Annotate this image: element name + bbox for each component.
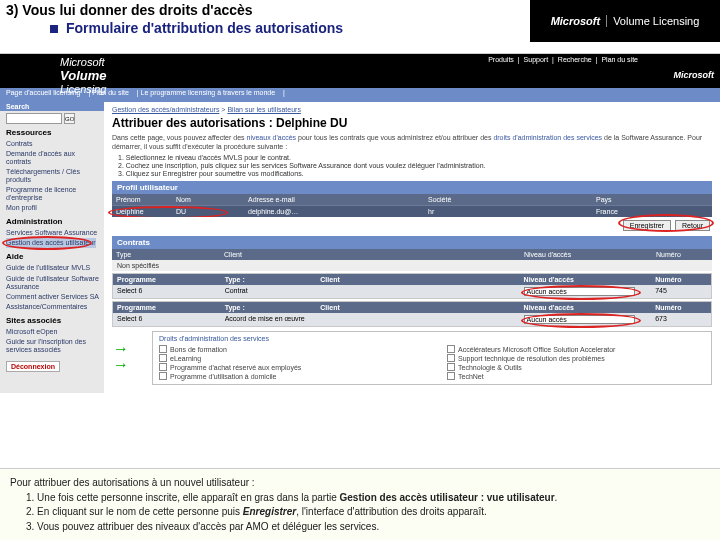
slide-subtitle-text: Formulaire d'attribution des autorisatio… — [66, 20, 343, 36]
col-header: Numéro — [651, 274, 711, 285]
col-header: Numéro — [651, 302, 711, 313]
top-link[interactable]: Support — [524, 56, 549, 63]
sidebar-link[interactable]: Contrats — [6, 139, 100, 149]
nav-item[interactable]: Le programme licensing à travers le mond… — [141, 89, 276, 96]
col-header: Programme — [113, 274, 221, 285]
breadcrumb-link[interactable]: Gestion des accès/administrateurs — [112, 106, 219, 113]
main-content: Gestion des accès/administrateurs > Bila… — [104, 102, 720, 393]
brand-ms: Microsoft — [551, 15, 601, 27]
sidebar-link[interactable]: Guide de l'utilisateur Software Assuranc… — [6, 274, 100, 292]
page-description: Dans cette page, vous pouvez affecter de… — [112, 133, 712, 151]
contracts-header-row: Type Client Niveau d'accès Numéro — [112, 249, 712, 260]
breadcrumb-link[interactable]: Bilan sur les utilisateurs — [227, 106, 301, 113]
top-links: Produits | Support | Recherche | Plan du… — [486, 56, 640, 63]
right-item[interactable]: Accélérateurs Microsoft Office Solution … — [447, 345, 705, 353]
save-button[interactable]: Enregistrer — [623, 220, 671, 231]
sidebar-heading-sites: Sites associés — [6, 316, 100, 325]
cell: Aucun accès — [520, 313, 652, 326]
access-level-select[interactable]: Aucun accès — [524, 287, 635, 296]
checkbox-icon[interactable] — [159, 363, 167, 371]
cell: France — [592, 206, 712, 217]
footnote-line: Pour attribuer des autorisations à un no… — [10, 476, 710, 490]
sidebar-link[interactable]: Mon profil — [6, 203, 100, 213]
checkbox-icon[interactable] — [447, 372, 455, 380]
access-level-select[interactable]: Aucun accès — [524, 315, 635, 324]
cell: hr — [424, 206, 592, 217]
checkbox-icon[interactable] — [159, 372, 167, 380]
right-item[interactable]: Technologie & Outils — [447, 363, 705, 371]
cell: 745 — [651, 285, 711, 298]
top-link[interactable]: Plan du site — [601, 56, 638, 63]
col-header: Type : — [221, 302, 317, 313]
profile-header-row: Prénom Nom Adresse e-mail Société Pays — [112, 194, 712, 205]
slide-subtitle: Formulaire d'attribution des autorisatio… — [50, 20, 343, 36]
right-item[interactable]: Bons de formation — [159, 345, 417, 353]
col-header: Client — [316, 274, 519, 285]
col-header: Niveau d'accès — [520, 274, 652, 285]
annotation-arrow-icon: → — [113, 356, 129, 374]
sidebar-heading-help: Aide — [6, 252, 100, 261]
checkbox-icon[interactable] — [447, 345, 455, 353]
section-profile: Profil utilisateur — [112, 181, 712, 194]
cell — [316, 313, 519, 326]
sidebar-link[interactable]: Téléchargements / Clés produits — [6, 167, 100, 185]
footnote-line: 3. Vous pouvez attribuer des niveaux d'a… — [26, 520, 710, 534]
search-input[interactable] — [6, 113, 62, 124]
primary-nav: Page d'accueil licensing | Plan du site … — [0, 88, 720, 102]
desc-link[interactable]: droits d'administration des services — [493, 134, 602, 141]
footnote-line: 1. Une fois cette personne inscrite, ell… — [26, 491, 710, 505]
sidebar: Search GO Ressources Contrats Demande d'… — [0, 102, 104, 393]
sidebar-link[interactable]: Comment activer Services SA — [6, 292, 100, 302]
rights-box: → → Droits d'administration des services… — [152, 331, 712, 385]
slide-footnote: Pour attribuer des autorisations à un no… — [0, 468, 720, 540]
cell: Select 6 — [113, 313, 221, 326]
cell — [316, 285, 519, 298]
right-item[interactable]: Support technique de résolution des prob… — [447, 354, 705, 362]
checkbox-icon[interactable] — [159, 345, 167, 353]
section-contracts: Contrats — [112, 236, 712, 249]
sidebar-link[interactable]: Guide sur l'inscription des services ass… — [6, 337, 100, 355]
disconnect-button[interactable]: Déconnexion — [6, 361, 60, 372]
checkbox-icon[interactable] — [159, 354, 167, 362]
app-logo: Microsoft Volume Licensing — [60, 56, 106, 95]
col-header: Type : — [221, 274, 317, 285]
checkbox-icon[interactable] — [447, 363, 455, 371]
col-header: Niveau d'accès — [520, 249, 652, 260]
sidebar-link[interactable]: Microsoft eOpen — [6, 327, 100, 337]
col-header: Numéro — [652, 249, 712, 260]
col-header: Société — [424, 194, 592, 205]
sidebar-link[interactable]: Programme de licence d'entreprise — [6, 185, 100, 203]
checkbox-icon[interactable] — [447, 354, 455, 362]
sidebar-link-user-access[interactable]: Gestion des accès utilisateur — [6, 238, 96, 248]
right-item[interactable]: TechNet — [447, 372, 705, 380]
top-link[interactable]: Recherche — [558, 56, 592, 63]
sidebar-heading-admin: Administration — [6, 217, 100, 226]
col-header: Programme — [113, 302, 221, 313]
col-header: Client — [316, 302, 519, 313]
footnote-line: 2. En cliquant sur le nom de cette perso… — [26, 505, 710, 519]
ms-right-logo: Microsoft — [674, 70, 715, 80]
step-item: 1. Sélectionnez le niveau d'accès MVLS p… — [118, 154, 712, 161]
step-item: 2. Cochez une inscription, puis cliquez … — [118, 162, 712, 169]
col-header: Pays — [592, 194, 712, 205]
sidebar-link[interactable]: Services Software Assurance — [6, 228, 100, 238]
back-button[interactable]: Retour — [675, 220, 710, 231]
desc-link[interactable]: niveaux d'accès — [247, 134, 297, 141]
app-window: Microsoft Volume Licensing Produits | Su… — [0, 54, 720, 393]
right-item[interactable]: Programme d'utilisation à domicile — [159, 372, 417, 380]
sidebar-link[interactable]: Guide de l'utilisateur MVLS — [6, 263, 100, 273]
right-item[interactable]: eLearning — [159, 354, 417, 362]
brand-vl: Volume Licensing — [606, 15, 699, 27]
sidebar-link[interactable]: Demande d'accès aux contrats — [6, 149, 100, 167]
sidebar-link[interactable]: Assistance/Commentaires — [6, 302, 100, 312]
non-specified-row: Non spécifiés — [112, 260, 712, 271]
right-item[interactable]: Programme d'achat réservé aux employés — [159, 363, 417, 371]
contract-block: Programme Type : Client Niveau d'accès N… — [112, 273, 712, 299]
search-go-button[interactable]: GO — [64, 113, 75, 124]
profile-data-row: Delphine DU delphine.du@… hr France — [112, 205, 712, 217]
col-header: Nom — [172, 194, 244, 205]
search-label: Search — [0, 102, 104, 111]
profile-actions: Enregistrer Retour — [112, 217, 712, 234]
cell: DU — [172, 206, 244, 217]
top-link[interactable]: Produits — [488, 56, 514, 63]
